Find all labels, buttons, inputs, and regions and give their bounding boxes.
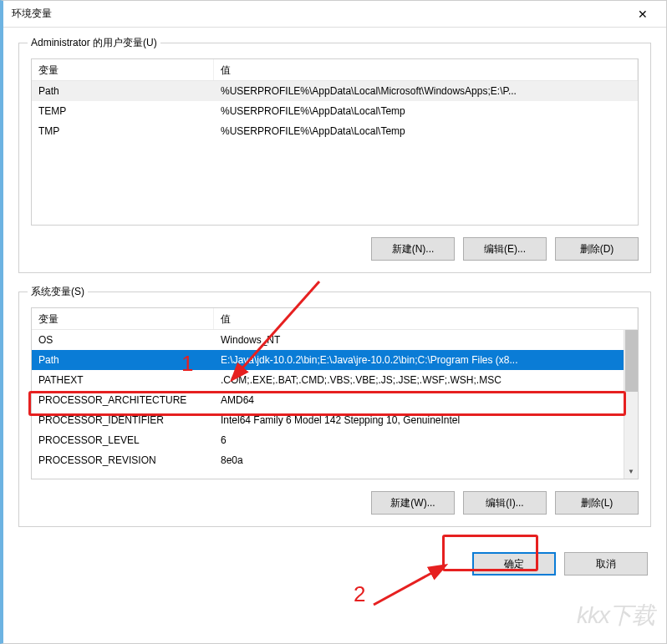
cell-variable: PATHEXT: [32, 370, 214, 390]
cell-variable: OS: [32, 330, 214, 350]
dialog-content: Administrator 的用户变量(U) 变量 值 Path %USERPR…: [3, 28, 666, 582]
cell-value: %USERPROFILE%\AppData\Local\Microsoft\Wi…: [214, 81, 638, 101]
cell-value: Windows_NT: [214, 330, 638, 350]
cell-variable: PROCESSOR_REVISION: [32, 450, 214, 470]
table-row[interactable]: PROCESSOR_REVISION 8e0a: [32, 450, 638, 470]
table-row[interactable]: PATHEXT .COM;.EXE;.BAT;.CMD;.VBS;.VBE;.J…: [32, 370, 638, 390]
new-button[interactable]: 新建(W)...: [371, 491, 455, 515]
system-vars-buttons: 新建(W)... 编辑(I)... 删除(L): [31, 491, 639, 515]
user-vars-listview[interactable]: 变量 值 Path %USERPROFILE%\AppData\Local\Mi…: [31, 58, 639, 226]
cell-variable: TEMP: [32, 101, 214, 121]
table-row[interactable]: Path %USERPROFILE%\AppData\Local\Microso…: [32, 81, 638, 101]
system-vars-rows: OS Windows_NT Path E:\Java\jdk-10.0.2\bi…: [32, 330, 638, 479]
system-vars-listview[interactable]: 变量 值 OS Windows_NT Path E:\Java\jdk-10.0…: [31, 307, 639, 479]
listview-header: 变量 值: [32, 59, 638, 81]
column-value[interactable]: 值: [214, 59, 638, 80]
table-row[interactable]: PROCESSOR_IDENTIFIER Intel64 Family 6 Mo…: [32, 410, 638, 430]
listview-header: 变量 值: [32, 308, 638, 330]
edit-button[interactable]: 编辑(E)...: [463, 237, 547, 261]
cancel-button[interactable]: 取消: [564, 552, 648, 576]
user-vars-buttons: 新建(N)... 编辑(E)... 删除(D): [31, 237, 639, 261]
system-vars-group: 系统变量(S) 变量 值 OS Windows_NT Path E:\Java\…: [18, 292, 651, 527]
scrollbar[interactable]: ▲ ▼: [624, 330, 638, 479]
column-variable[interactable]: 变量: [32, 59, 214, 80]
system-vars-label: 系统变量(S): [28, 285, 88, 299]
cell-variable: Path: [32, 81, 214, 101]
cell-variable: TMP: [32, 121, 214, 141]
new-button[interactable]: 新建(N)...: [371, 237, 455, 261]
close-icon: ✕: [638, 8, 648, 21]
cell-value: E:\Java\jdk-10.0.2\bin;E:\Java\jre-10.0.…: [214, 350, 638, 370]
cell-value: %USERPROFILE%\AppData\Local\Temp: [214, 121, 638, 141]
user-vars-label: Administrator 的用户变量(U): [28, 36, 160, 50]
cell-variable: PROCESSOR_ARCHITECTURE: [32, 390, 214, 410]
cell-value: %USERPROFILE%\AppData\Local\Temp: [214, 101, 638, 121]
scroll-thumb[interactable]: [625, 330, 638, 392]
cell-value: AMD64: [214, 390, 638, 410]
table-row[interactable]: TMP %USERPROFILE%\AppData\Local\Temp: [32, 121, 638, 141]
table-row[interactable]: TEMP %USERPROFILE%\AppData\Local\Temp: [32, 101, 638, 121]
cell-variable: PROCESSOR_LEVEL: [32, 430, 214, 450]
cell-variable: PROCESSOR_IDENTIFIER: [32, 410, 214, 430]
delete-button[interactable]: 删除(L): [555, 491, 639, 515]
table-row[interactable]: PROCESSOR_ARCHITECTURE AMD64: [32, 390, 638, 410]
close-button[interactable]: ✕: [628, 3, 658, 26]
window-title: 环境变量: [12, 7, 52, 21]
user-vars-group: Administrator 的用户变量(U) 变量 值 Path %USERPR…: [18, 43, 651, 273]
edit-button[interactable]: 编辑(I)...: [463, 491, 547, 515]
table-row[interactable]: PROCESSOR_LEVEL 6: [32, 430, 638, 450]
annotation-marker-2: 2: [354, 581, 365, 607]
column-value[interactable]: 值: [214, 308, 638, 329]
ok-button[interactable]: 确定: [472, 552, 556, 576]
scroll-down-icon[interactable]: ▼: [624, 464, 639, 479]
cell-value: 8e0a: [214, 450, 638, 470]
table-row[interactable]: OS Windows_NT: [32, 330, 638, 350]
titlebar: 环境变量 ✕: [3, 1, 666, 28]
user-vars-rows: Path %USERPROFILE%\AppData\Local\Microso…: [32, 81, 638, 225]
column-variable[interactable]: 变量: [32, 308, 214, 329]
delete-button[interactable]: 删除(D): [555, 237, 639, 261]
cell-variable: Path: [32, 350, 214, 370]
cell-value: Intel64 Family 6 Model 142 Stepping 10, …: [214, 410, 638, 430]
cell-value: 6: [214, 430, 638, 450]
table-row[interactable]: Path E:\Java\jdk-10.0.2\bin;E:\Java\jre-…: [32, 350, 638, 370]
cell-value: .COM;.EXE;.BAT;.CMD;.VBS;.VBE;.JS;.JSE;.…: [214, 370, 638, 390]
dialog-buttons: 确定 取消: [18, 545, 651, 576]
env-variables-dialog: 环境变量 ✕ Administrator 的用户变量(U) 变量 值 Path …: [0, 0, 667, 644]
watermark: kkx下载: [577, 600, 654, 631]
